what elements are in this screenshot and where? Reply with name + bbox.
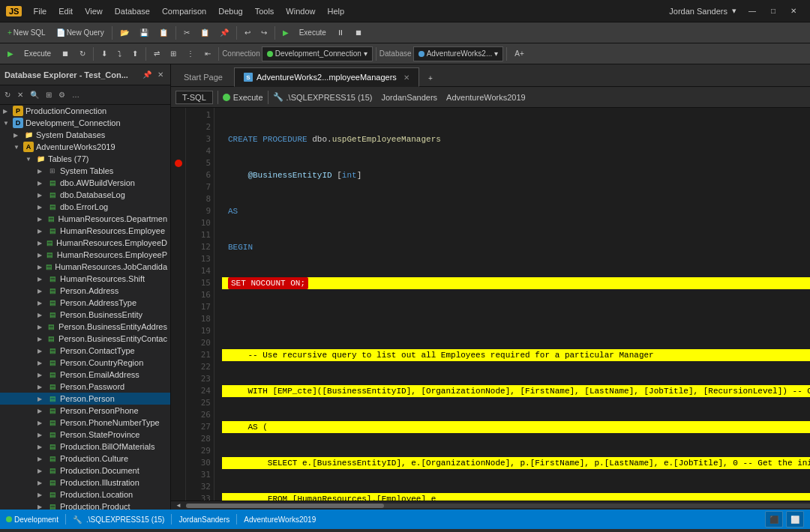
menu-database[interactable]: Database [110,4,155,18]
filter-icon[interactable]: 🔍 [27,89,42,100]
unindent-button[interactable]: ⇤ [200,46,215,62]
tree-item-system-dbs[interactable]: ▶ 📁 System Databases [0,129,170,141]
new-sql-button[interactable]: + New SQL [3,25,50,41]
debug-run-button[interactable]: ▶ [3,46,18,62]
menu-tools[interactable]: Tools [250,4,280,18]
h-scroll-track[interactable] [186,504,810,508]
more-icon[interactable]: … [69,89,82,100]
connection-selector[interactable]: Development_Connection ▾ [262,46,373,61]
menu-view[interactable]: View [80,4,108,18]
db-explorer-close-button[interactable]: ✕ [155,70,166,79]
tree-item-hr-empd[interactable]: ▶ ▤ HumanResources.EmployeeD [0,237,170,249]
tab-sql-editor[interactable]: S AdventureWorks2...mployeeManagers ✕ [234,67,419,87]
code-editor[interactable]: CREATE PROCEDURE dbo.uspGetEmployeeManag… [214,108,810,501]
tree-item-hr-empp[interactable]: ▶ ▤ HumanResources.EmployeeP [0,249,170,261]
scroll-left-button[interactable]: ◄ [174,502,183,509]
tree-item-awbuild[interactable]: ▶ ▤ dbo.AWBuildVersion [0,177,170,189]
tree-item-hr-dept[interactable]: ▶ ▤ HumanResources.Departmen [0,213,170,225]
user-dropdown-icon[interactable]: ▾ [732,6,736,16]
delete-icon[interactable]: ✕ [14,89,26,100]
tree-item-person-country[interactable]: ▶ ▤ Person.CountryRegion [0,357,170,369]
indent-button[interactable]: ⋮ [182,46,199,62]
refresh-icon[interactable]: ↻ [2,89,14,100]
close-button[interactable]: ✕ [783,4,804,18]
tree-item-prod-prod[interactable]: ▶ ▤ Production.Product [0,501,170,510]
tree-item-tables-folder[interactable]: ▼ 📁 Tables (77) [0,153,170,165]
horizontal-scrollbar[interactable]: ◄ ► [171,501,810,510]
tree-item-hr-emp[interactable]: ▶ ▤ HumanResources.Employee [0,225,170,237]
new-tab-button[interactable]: + [424,70,437,86]
db-label: AdventureWorks2019 [446,93,526,102]
status-maximize-button[interactable]: ⬛ [765,511,783,528]
arrow-icon: ▶ [38,360,45,366]
menu-edit[interactable]: Edit [53,4,78,18]
save-all-button[interactable]: 📋 [154,25,172,41]
cut-button[interactable]: ✂ [179,25,194,41]
menu-file[interactable]: File [28,4,52,18]
undo-button[interactable]: ↩ [240,25,255,41]
folder-icon: 📁 [23,130,34,140]
debug-execute-button[interactable]: Execute [20,46,56,62]
format-button[interactable]: ⇌ [149,46,164,62]
tree-item-hr-job[interactable]: ▶ ▤ HumanResources.JobCandida [0,261,170,273]
step-out-button[interactable]: ⬆ [128,46,142,62]
tree-item-prod-loc[interactable]: ▶ ▤ Production.Location [0,489,170,501]
tree-item-person-bizentaddr[interactable]: ▶ ▤ Person.BusinessEntityAddres [0,321,170,333]
db-explorer-pin-button[interactable]: 📌 [140,70,154,79]
paste-button[interactable]: 📌 [215,25,233,41]
tree-item-person-bizentcont[interactable]: ▶ ▤ Person.BusinessEntityContac [0,333,170,345]
tree-item-dblog[interactable]: ▶ ▤ dbo.DatabaseLog [0,189,170,201]
database-selector[interactable]: AdventureWorks2... ▾ [413,46,504,61]
menu-comparison[interactable]: Comparison [157,4,212,18]
save-button[interactable]: 💾 [135,25,153,41]
tree-item-production-connection[interactable]: ▶ P ProductionConnection [0,105,170,117]
tree-item-person-addr[interactable]: ▶ ▤ Person.Address [0,285,170,297]
tree-item-person-state[interactable]: ▶ ▤ Person.StateProvince [0,429,170,441]
step-into-button[interactable]: ⬇ [97,46,112,62]
open-button[interactable]: 📂 [116,25,134,41]
debug-stop-button[interactable]: ⏹ [57,46,74,62]
execute-button[interactable]: Execute [295,25,331,41]
tree-item-person-conttype[interactable]: ▶ ▤ Person.ContactType [0,345,170,357]
menu-window[interactable]: Window [280,4,320,18]
tree-item-person-person[interactable]: ▶ ▤ Person.Person [0,393,170,405]
schema-icon[interactable]: ⊞ [43,89,55,100]
tab-close-button[interactable]: ✕ [404,73,410,82]
debug-refresh-button[interactable]: ↻ [75,46,90,62]
db-icon: D [13,118,23,128]
tree-item-adventureworks[interactable]: ▼ A AdventureWorks2019 [0,141,170,153]
new-query-button[interactable]: 📄 New Query [52,25,109,41]
run-button[interactable]: ▶ [278,25,293,41]
maximize-button[interactable]: □ [764,4,783,18]
tree-item-dev-connection[interactable]: ▼ D Development_Connection [0,117,170,129]
tree-item-prod-bom[interactable]: ▶ ▤ Production.BillOfMaterials [0,441,170,453]
tree-label: Person.Person [60,394,115,403]
tree-item-prod-culture[interactable]: ▶ ▤ Production.Culture [0,453,170,465]
tree-item-person-phonetype[interactable]: ▶ ▤ Person.PhoneNumberType [0,417,170,429]
tree-item-system-tables[interactable]: ▶ ⊞ System Tables [0,165,170,177]
tree-item-person-bizent[interactable]: ▶ ▤ Person.BusinessEntity [0,309,170,321]
settings-icon[interactable]: ⚙ [56,89,68,100]
step-over-button[interactable]: ⤵ [113,46,126,62]
copy-button[interactable]: 📋 [196,25,214,41]
minimize-button[interactable]: — [741,4,764,18]
stop-button[interactable]: ⏸ [332,25,349,41]
menu-debug[interactable]: Debug [213,4,248,18]
tree-item-person-phone[interactable]: ▶ ▤ Person.PersonPhone [0,405,170,417]
tree-item-errorlog[interactable]: ▶ ▤ dbo.ErrorLog [0,201,170,213]
tab-start-page[interactable]: Start Page [174,67,232,86]
redo-button[interactable]: ↪ [256,25,272,41]
font-size-button[interactable]: A+ [510,46,529,62]
cancel-button[interactable]: ⏹ [350,25,367,41]
tree-item-prod-illus[interactable]: ▶ ▤ Production.Illustration [0,477,170,489]
status-split-button[interactable]: ⬜ [786,511,804,528]
tree-item-hr-shift[interactable]: ▶ ▤ HumanResources.Shift [0,273,170,285]
tsql-button[interactable]: T-SQL [176,91,213,104]
tree-item-person-email[interactable]: ▶ ▤ Person.EmailAddress [0,369,170,381]
new-query-icon: 📄 [56,28,65,37]
schema-button[interactable]: ⊞ [166,46,181,62]
menu-help[interactable]: Help [322,4,350,18]
tree-item-person-pwd[interactable]: ▶ ▤ Person.Password [0,381,170,393]
tree-item-prod-doc[interactable]: ▶ ▤ Production.Document [0,465,170,477]
tree-item-person-addrtype[interactable]: ▶ ▤ Person.AddressType [0,297,170,309]
